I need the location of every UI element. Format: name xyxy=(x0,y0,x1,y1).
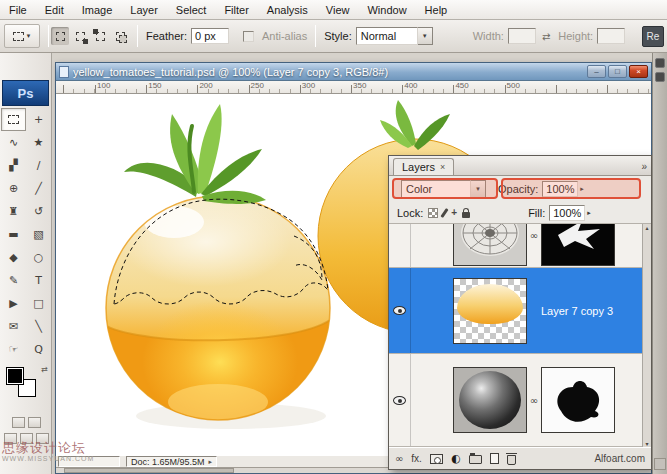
menu-view[interactable]: View xyxy=(317,1,359,19)
tool-dodge[interactable]: ○ xyxy=(26,246,51,269)
link-layers-icon[interactable]: ∞ xyxy=(395,453,403,464)
layer-thumbnail[interactable] xyxy=(453,278,527,344)
fill-input[interactable]: 100% xyxy=(549,205,585,221)
minimize-button[interactable]: – xyxy=(587,65,606,78)
close-icon[interactable]: × xyxy=(440,162,445,172)
layers-tab-label: Layers xyxy=(402,161,435,173)
dock-panel-icon[interactable] xyxy=(655,72,665,82)
anti-alias-checkbox[interactable] xyxy=(243,31,254,42)
visibility-cell[interactable] xyxy=(389,268,411,353)
document-title-bar[interactable]: yellow_tomatoes_tutorial.psd @ 100% (Lay… xyxy=(56,63,651,81)
tool-notes[interactable]: ✉ xyxy=(1,315,26,338)
tool-pen[interactable]: ✎ xyxy=(1,269,26,292)
tool-eraser[interactable]: ▬ xyxy=(1,223,26,246)
scroll-up-icon[interactable]: ▴ xyxy=(645,224,648,231)
new-selection-button[interactable] xyxy=(51,27,69,45)
menu-select[interactable]: Select xyxy=(167,1,216,19)
tool-rectangular-marquee[interactable] xyxy=(1,108,26,131)
scroll-down-icon[interactable]: ▾ xyxy=(645,440,648,447)
delete-layer-icon[interactable] xyxy=(507,455,516,465)
layer-row-top[interactable]: ∞ xyxy=(389,224,651,268)
eye-icon[interactable] xyxy=(393,396,406,405)
tool-path-selection[interactable]: ▶ xyxy=(1,292,26,315)
add-to-selection-button[interactable] xyxy=(71,27,89,45)
layer-mask-thumbnail[interactable] xyxy=(541,224,615,266)
scrollbar-thumb[interactable] xyxy=(64,468,234,473)
tool-history-brush[interactable]: ↺ xyxy=(26,200,51,223)
intersect-selection-button[interactable] xyxy=(111,27,129,45)
menu-layer[interactable]: Layer xyxy=(121,1,167,19)
ruler-tick-350: 350 xyxy=(353,81,366,90)
adjustment-layer-icon[interactable]: ◐ xyxy=(451,452,461,465)
tool-magic-wand[interactable]: ★ xyxy=(26,131,51,154)
quick-mask-button[interactable] xyxy=(28,417,41,428)
tool-healing-brush[interactable]: ⊕ xyxy=(1,177,26,200)
layer-row-bottom[interactable]: ∞ xyxy=(389,354,651,447)
resize-grip[interactable] xyxy=(654,458,666,470)
tool-lasso[interactable]: ∿ xyxy=(1,131,26,154)
menu-edit[interactable]: Edit xyxy=(36,1,73,19)
foreground-color-swatch[interactable] xyxy=(6,367,24,385)
tool-gradient[interactable]: ▧ xyxy=(26,223,51,246)
tool-type[interactable]: T xyxy=(26,269,51,292)
eye-icon[interactable] xyxy=(393,306,406,315)
close-button[interactable]: × xyxy=(629,65,648,78)
feather-input[interactable]: 0 px xyxy=(191,28,229,44)
tool-blur[interactable]: ◆ xyxy=(1,246,26,269)
tab-layers[interactable]: Layers × xyxy=(393,158,454,175)
annotation-highlight-opacity xyxy=(501,178,641,199)
photoshop-logo[interactable]: Ps xyxy=(2,80,49,106)
refine-edge-button[interactable]: Re xyxy=(642,26,664,47)
lock-transparency-icon[interactable] xyxy=(428,208,438,218)
chevron-down-icon[interactable]: ▼ xyxy=(418,27,433,45)
layer-list-scrollbar[interactable]: ▴ ▾ xyxy=(642,224,651,447)
sphere-layer-preview xyxy=(459,371,521,429)
layer-thumbnail[interactable] xyxy=(453,224,527,266)
fill-label: Fill: xyxy=(528,207,545,219)
width-input[interactable] xyxy=(508,28,536,44)
layer-style-button[interactable]: fx. xyxy=(411,453,422,464)
lock-all-icon[interactable] xyxy=(462,212,470,218)
height-input[interactable] xyxy=(597,28,625,44)
lock-position-icon[interactable]: + xyxy=(451,208,457,218)
tool-eyedropper[interactable]: ╲ xyxy=(26,315,51,338)
tool-shape[interactable]: □ xyxy=(26,292,51,315)
visibility-cell[interactable] xyxy=(389,224,411,267)
layer-mask-thumbnail[interactable] xyxy=(541,367,615,433)
menu-filter[interactable]: Filter xyxy=(215,1,257,19)
menu-help[interactable]: Help xyxy=(416,1,457,19)
swap-colors-icon[interactable]: ⇄ xyxy=(41,365,48,374)
tool-clone-stamp[interactable]: ♜ xyxy=(1,200,26,223)
tool-hand[interactable]: ☞ xyxy=(1,338,26,361)
dock-panel-icon[interactable] xyxy=(655,58,665,68)
new-group-icon[interactable] xyxy=(469,455,482,464)
ruler-tick-400: 400 xyxy=(404,81,417,90)
add-mask-icon[interactable] xyxy=(430,454,443,464)
lock-pixels-icon[interactable] xyxy=(441,208,449,218)
menu-file[interactable]: File xyxy=(0,1,36,19)
menu-analysis[interactable]: Analysis xyxy=(258,1,317,19)
tool-slice[interactable]: ∕ xyxy=(26,154,51,177)
tool-preset-button[interactable]: ▼ xyxy=(4,24,40,48)
lasso-icon: ∿ xyxy=(9,136,18,149)
layer-thumbnail[interactable] xyxy=(453,367,527,433)
layer-name[interactable]: Layer 7 copy 3 xyxy=(541,305,613,317)
subtract-from-selection-button[interactable] xyxy=(91,27,109,45)
tool-brush[interactable]: ╱ xyxy=(26,177,51,200)
collapse-panel-icon[interactable]: » xyxy=(641,161,647,175)
crop-icon: ▞ xyxy=(9,159,17,172)
tool-move[interactable]: + xyxy=(26,108,51,131)
visibility-cell[interactable] xyxy=(389,354,411,446)
maximize-button[interactable]: □ xyxy=(608,65,627,78)
swap-dimensions-icon[interactable]: ⇄ xyxy=(542,31,550,42)
new-layer-icon[interactable] xyxy=(490,453,499,464)
tool-crop[interactable]: ▞ xyxy=(1,154,26,177)
standard-mode-button[interactable] xyxy=(12,417,25,428)
style-select[interactable]: Normal ▼ xyxy=(356,27,433,45)
status-arrow-icon[interactable]: ▸ xyxy=(209,458,213,466)
menu-window[interactable]: Window xyxy=(358,1,415,19)
menu-image[interactable]: Image xyxy=(73,1,122,19)
tool-zoom[interactable]: Q xyxy=(26,338,51,361)
layer-row-selected[interactable]: Layer 7 copy 3 xyxy=(389,268,651,354)
fill-spinner-icon[interactable]: ▸ xyxy=(587,209,591,217)
